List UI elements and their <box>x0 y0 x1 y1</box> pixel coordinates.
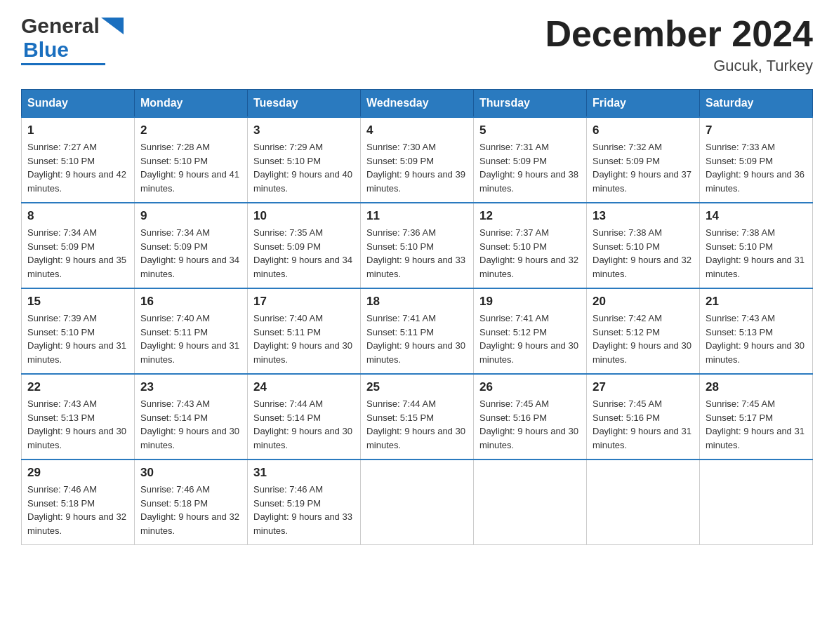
day-info: Sunrise: 7:41 AMSunset: 5:11 PMDaylight:… <box>366 311 468 366</box>
day-info: Sunrise: 7:39 AMSunset: 5:10 PMDaylight:… <box>27 311 128 366</box>
day-cell-9: 9Sunrise: 7:34 AMSunset: 5:09 PMDaylight… <box>135 203 248 288</box>
day-header-thursday: Thursday <box>474 90 587 118</box>
week-row-4: 22Sunrise: 7:43 AMSunset: 5:13 PMDayligh… <box>22 374 813 459</box>
day-info: Sunrise: 7:34 AMSunset: 5:09 PMDaylight:… <box>27 226 128 281</box>
day-cell-22: 22Sunrise: 7:43 AMSunset: 5:13 PMDayligh… <box>22 374 135 459</box>
day-cell-6: 6Sunrise: 7:32 AMSunset: 5:09 PMDaylight… <box>587 117 700 203</box>
svg-marker-0 <box>101 18 124 34</box>
day-info: Sunrise: 7:33 AMSunset: 5:09 PMDaylight:… <box>706 140 807 195</box>
day-cell-1: 1Sunrise: 7:27 AMSunset: 5:10 PMDaylight… <box>22 117 135 203</box>
day-cell-5: 5Sunrise: 7:31 AMSunset: 5:09 PMDaylight… <box>474 117 587 203</box>
day-number: 6 <box>593 123 694 137</box>
day-info: Sunrise: 7:42 AMSunset: 5:12 PMDaylight:… <box>593 311 694 366</box>
day-number: 16 <box>140 295 241 309</box>
day-number: 5 <box>479 123 581 137</box>
day-cell-25: 25Sunrise: 7:44 AMSunset: 5:15 PMDayligh… <box>361 374 474 459</box>
day-number: 30 <box>140 466 241 480</box>
logo-blue-text: Blue <box>23 38 69 62</box>
day-number: 17 <box>253 295 355 309</box>
day-cell-24: 24Sunrise: 7:44 AMSunset: 5:14 PMDayligh… <box>248 374 361 459</box>
day-number: 1 <box>27 123 128 137</box>
day-info: Sunrise: 7:45 AMSunset: 5:16 PMDaylight:… <box>593 397 694 452</box>
day-info: Sunrise: 7:30 AMSunset: 5:09 PMDaylight:… <box>366 140 468 195</box>
calendar-header-row: SundayMondayTuesdayWednesdayThursdayFrid… <box>22 90 813 118</box>
day-cell-10: 10Sunrise: 7:35 AMSunset: 5:09 PMDayligh… <box>248 203 361 288</box>
day-number: 4 <box>366 123 468 137</box>
day-cell-20: 20Sunrise: 7:42 AMSunset: 5:12 PMDayligh… <box>587 288 700 374</box>
day-cell-8: 8Sunrise: 7:34 AMSunset: 5:09 PMDaylight… <box>22 203 135 288</box>
day-number: 26 <box>479 380 581 394</box>
week-row-2: 8Sunrise: 7:34 AMSunset: 5:09 PMDaylight… <box>22 203 813 288</box>
day-info: Sunrise: 7:43 AMSunset: 5:13 PMDaylight:… <box>706 311 807 366</box>
day-header-sunday: Sunday <box>22 90 135 118</box>
logo-general-text: General <box>21 14 100 38</box>
day-cell-4: 4Sunrise: 7:30 AMSunset: 5:09 PMDaylight… <box>361 117 474 203</box>
day-info: Sunrise: 7:45 AMSunset: 5:17 PMDaylight:… <box>706 397 807 452</box>
day-number: 3 <box>253 123 355 137</box>
empty-cell <box>700 459 813 545</box>
day-number: 27 <box>593 380 694 394</box>
day-cell-15: 15Sunrise: 7:39 AMSunset: 5:10 PMDayligh… <box>22 288 135 374</box>
day-info: Sunrise: 7:40 AMSunset: 5:11 PMDaylight:… <box>253 311 355 366</box>
day-cell-27: 27Sunrise: 7:45 AMSunset: 5:16 PMDayligh… <box>587 374 700 459</box>
day-info: Sunrise: 7:37 AMSunset: 5:10 PMDaylight:… <box>479 226 581 281</box>
day-number: 14 <box>706 209 807 223</box>
day-info: Sunrise: 7:34 AMSunset: 5:09 PMDaylight:… <box>140 226 241 281</box>
empty-cell <box>474 459 587 545</box>
calendar-table: SundayMondayTuesdayWednesdayThursdayFrid… <box>21 89 813 545</box>
day-info: Sunrise: 7:41 AMSunset: 5:12 PMDaylight:… <box>479 311 581 366</box>
day-cell-29: 29Sunrise: 7:46 AMSunset: 5:18 PMDayligh… <box>22 459 135 545</box>
day-cell-28: 28Sunrise: 7:45 AMSunset: 5:17 PMDayligh… <box>700 374 813 459</box>
day-header-monday: Monday <box>135 90 248 118</box>
day-cell-12: 12Sunrise: 7:37 AMSunset: 5:10 PMDayligh… <box>474 203 587 288</box>
day-number: 8 <box>27 209 128 223</box>
day-number: 9 <box>140 209 241 223</box>
day-cell-16: 16Sunrise: 7:40 AMSunset: 5:11 PMDayligh… <box>135 288 248 374</box>
day-info: Sunrise: 7:43 AMSunset: 5:14 PMDaylight:… <box>140 397 241 452</box>
day-info: Sunrise: 7:46 AMSunset: 5:18 PMDaylight:… <box>27 483 128 537</box>
logo-triangle-icon <box>101 18 124 34</box>
day-info: Sunrise: 7:45 AMSunset: 5:16 PMDaylight:… <box>479 397 581 452</box>
day-info: Sunrise: 7:31 AMSunset: 5:09 PMDaylight:… <box>479 140 581 195</box>
logo: General Blue <box>21 14 124 65</box>
day-info: Sunrise: 7:40 AMSunset: 5:11 PMDaylight:… <box>140 311 241 366</box>
week-row-1: 1Sunrise: 7:27 AMSunset: 5:10 PMDaylight… <box>22 117 813 203</box>
day-number: 23 <box>140 380 241 394</box>
day-cell-19: 19Sunrise: 7:41 AMSunset: 5:12 PMDayligh… <box>474 288 587 374</box>
day-cell-13: 13Sunrise: 7:38 AMSunset: 5:10 PMDayligh… <box>587 203 700 288</box>
day-info: Sunrise: 7:38 AMSunset: 5:10 PMDaylight:… <box>593 226 694 281</box>
day-number: 13 <box>593 209 694 223</box>
day-number: 2 <box>140 123 241 137</box>
day-cell-18: 18Sunrise: 7:41 AMSunset: 5:11 PMDayligh… <box>361 288 474 374</box>
location-text: Gucuk, Turkey <box>545 57 813 75</box>
day-cell-14: 14Sunrise: 7:38 AMSunset: 5:10 PMDayligh… <box>700 203 813 288</box>
empty-cell <box>361 459 474 545</box>
day-info: Sunrise: 7:29 AMSunset: 5:10 PMDaylight:… <box>253 140 355 195</box>
day-number: 11 <box>366 209 468 223</box>
day-header-saturday: Saturday <box>700 90 813 118</box>
day-cell-17: 17Sunrise: 7:40 AMSunset: 5:11 PMDayligh… <box>248 288 361 374</box>
day-cell-21: 21Sunrise: 7:43 AMSunset: 5:13 PMDayligh… <box>700 288 813 374</box>
day-number: 22 <box>27 380 128 394</box>
day-number: 29 <box>27 466 128 480</box>
day-cell-23: 23Sunrise: 7:43 AMSunset: 5:14 PMDayligh… <box>135 374 248 459</box>
day-info: Sunrise: 7:36 AMSunset: 5:10 PMDaylight:… <box>366 226 468 281</box>
day-info: Sunrise: 7:46 AMSunset: 5:18 PMDaylight:… <box>140 483 241 537</box>
day-info: Sunrise: 7:44 AMSunset: 5:15 PMDaylight:… <box>366 397 468 452</box>
day-cell-26: 26Sunrise: 7:45 AMSunset: 5:16 PMDayligh… <box>474 374 587 459</box>
day-number: 7 <box>706 123 807 137</box>
day-info: Sunrise: 7:38 AMSunset: 5:10 PMDaylight:… <box>706 226 807 281</box>
month-title: December 2024 <box>545 14 813 54</box>
day-number: 12 <box>479 209 581 223</box>
day-cell-11: 11Sunrise: 7:36 AMSunset: 5:10 PMDayligh… <box>361 203 474 288</box>
day-cell-31: 31Sunrise: 7:46 AMSunset: 5:19 PMDayligh… <box>248 459 361 545</box>
day-header-friday: Friday <box>587 90 700 118</box>
day-header-tuesday: Tuesday <box>248 90 361 118</box>
day-cell-2: 2Sunrise: 7:28 AMSunset: 5:10 PMDaylight… <box>135 117 248 203</box>
day-number: 28 <box>706 380 807 394</box>
day-number: 21 <box>706 295 807 309</box>
day-info: Sunrise: 7:27 AMSunset: 5:10 PMDaylight:… <box>27 140 128 195</box>
week-row-3: 15Sunrise: 7:39 AMSunset: 5:10 PMDayligh… <box>22 288 813 374</box>
day-cell-3: 3Sunrise: 7:29 AMSunset: 5:10 PMDaylight… <box>248 117 361 203</box>
day-number: 20 <box>593 295 694 309</box>
